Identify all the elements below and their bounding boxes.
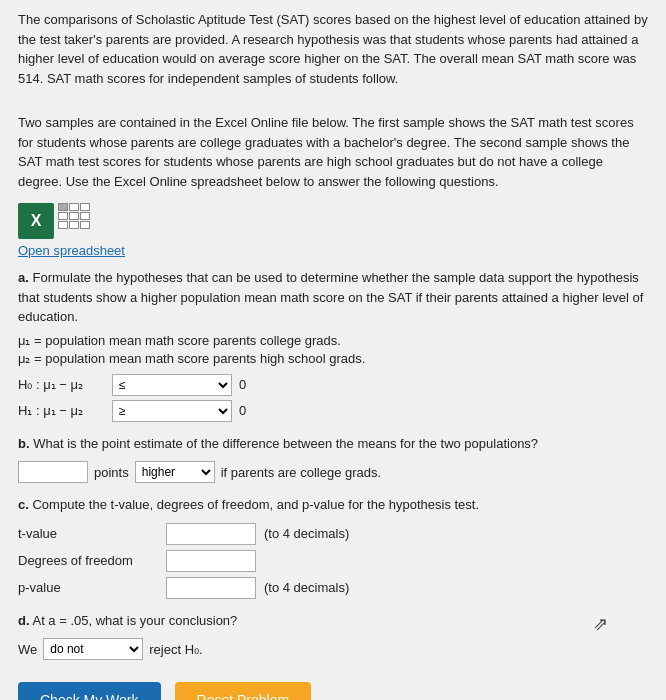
reject-label: reject H₀. [149, 642, 202, 657]
excel-icon: X [18, 203, 54, 239]
t-value-input[interactable] [166, 523, 256, 545]
section-c-question: c. Compute the t-value, degrees of freed… [18, 495, 648, 515]
h0-row: H₀ : μ₁ − μ₂ ≤ = ≥ < > ≠ 0 [18, 374, 648, 396]
higher-lower-select[interactable]: higher lower equal [135, 461, 215, 483]
h1-label: H₁ : μ₁ − μ₂ [18, 403, 108, 418]
section-d-question: d. At a = .05, what is your conclusion? … [18, 611, 648, 631]
reset-problem-button[interactable]: Reset Problem [175, 682, 312, 700]
section-a-question: a. Formulate the hypotheses that can be … [18, 268, 648, 327]
h0-operator-select[interactable]: ≤ = ≥ < > ≠ [112, 374, 232, 396]
h1-row: H₁ : μ₁ − μ₂ ≥ = ≤ < > ≠ 0 [18, 400, 648, 422]
t-value-note: (to 4 decimals) [264, 526, 349, 541]
button-row: Check My Work Reset Problem [18, 682, 648, 700]
intro-paragraph-1: The comparisons of Scholastic Aptitude T… [18, 10, 648, 88]
point-estimate-input[interactable] [18, 461, 88, 483]
df-row: Degrees of freedom [18, 550, 648, 572]
p-value-row: p-value (to 4 decimals) [18, 577, 648, 599]
excel-row: X [18, 203, 648, 239]
t-value-label: t-value [18, 526, 158, 541]
h0-label: H₀ : μ₁ − μ₂ [18, 377, 108, 392]
df-label: Degrees of freedom [18, 553, 158, 568]
p-value-note: (to 4 decimals) [264, 580, 349, 595]
p-value-input[interactable] [166, 577, 256, 599]
h1-operator-select[interactable]: ≥ = ≤ < > ≠ [112, 400, 232, 422]
if-label: if parents are college grads. [221, 465, 381, 480]
point-estimate-row: points higher lower equal if parents are… [18, 461, 648, 483]
compute-table: t-value (to 4 decimals) Degrees of freed… [18, 523, 648, 599]
section-b-question: b. What is the point estimate of the dif… [18, 434, 648, 454]
mu2-definition: μ₂ = population mean math score parents … [18, 351, 648, 366]
cursor-arrow-icon: ⇗ [593, 611, 608, 638]
intro-paragraph-2: Two samples are contained in the Excel O… [18, 113, 648, 191]
we-label: We [18, 642, 37, 657]
check-my-work-button[interactable]: Check My Work [18, 682, 161, 700]
do-not-select[interactable]: do not do [43, 638, 143, 660]
h1-value: 0 [239, 403, 246, 418]
points-label: points [94, 465, 129, 480]
df-input[interactable] [166, 550, 256, 572]
t-value-row: t-value (to 4 decimals) [18, 523, 648, 545]
p-value-label: p-value [18, 580, 158, 595]
h0-value: 0 [239, 377, 246, 392]
conclusion-row: We do not do reject H₀. [18, 638, 648, 660]
mu1-definition: μ₁ = population mean math score parents … [18, 333, 648, 348]
open-spreadsheet-link[interactable]: Open spreadsheet [18, 243, 648, 258]
